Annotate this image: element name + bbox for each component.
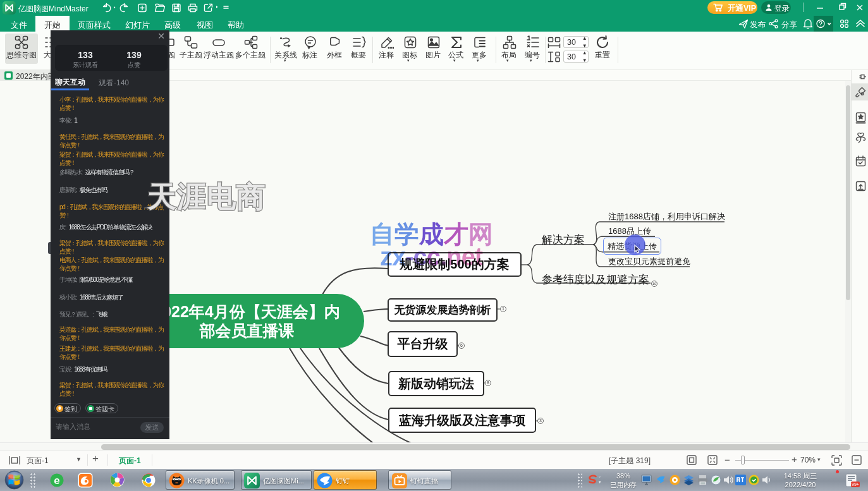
- svg-text:e: e: [54, 475, 59, 487]
- svg-text:99+: 99+: [852, 482, 859, 487]
- svg-text:天涯电商: 天涯电商: [147, 180, 266, 213]
